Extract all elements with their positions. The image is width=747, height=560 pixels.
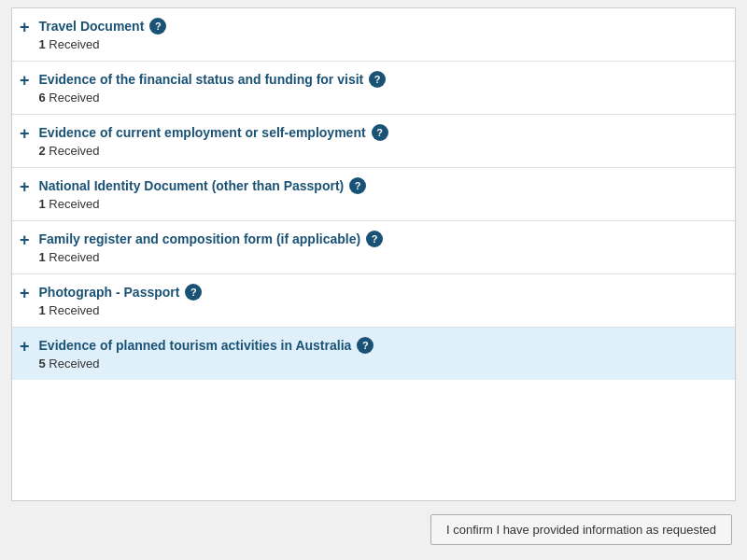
doc-title: Travel Document <box>39 19 145 34</box>
doc-status: 2 Received <box>39 144 388 158</box>
main-container: +Travel Document?1 Received+Evidence of … <box>0 0 747 560</box>
help-icon[interactable]: ? <box>357 337 374 354</box>
document-item[interactable]: +National Identity Document (other than … <box>12 168 735 221</box>
document-item[interactable]: +Evidence of the financial status and fu… <box>12 62 735 115</box>
expand-icon[interactable]: + <box>20 231 30 248</box>
doc-content: Photograph - Passport?1 Received <box>39 284 203 317</box>
doc-title-row: Travel Document? <box>39 18 167 35</box>
help-icon[interactable]: ? <box>185 284 202 301</box>
doc-title: Evidence of the financial status and fun… <box>39 72 364 87</box>
doc-title-row: National Identity Document (other than P… <box>39 177 367 194</box>
doc-title: Evidence of planned tourism activities i… <box>39 338 352 353</box>
help-icon[interactable]: ? <box>369 71 386 88</box>
doc-content: National Identity Document (other than P… <box>39 177 367 211</box>
doc-title: National Identity Document (other than P… <box>39 178 345 193</box>
help-icon[interactable]: ? <box>149 18 166 35</box>
doc-status: 1 Received <box>39 197 367 211</box>
expand-icon[interactable]: + <box>20 178 30 195</box>
doc-status: 5 Received <box>39 357 374 371</box>
help-icon[interactable]: ? <box>366 231 383 247</box>
document-item[interactable]: +Photograph - Passport?1 Received <box>12 274 735 328</box>
doc-status: 1 Received <box>39 37 167 51</box>
doc-title: Evidence of current employment or self-e… <box>39 125 366 140</box>
doc-title-row: Evidence of planned tourism activities i… <box>39 337 374 354</box>
doc-content: Evidence of current employment or self-e… <box>39 124 388 158</box>
expand-icon[interactable]: + <box>20 19 30 35</box>
document-item[interactable]: +Travel Document?1 Received <box>12 8 735 62</box>
document-item[interactable]: +Family register and composition form (i… <box>12 221 735 274</box>
doc-content: Travel Document?1 Received <box>39 18 167 51</box>
doc-content: Family register and composition form (if… <box>39 231 384 264</box>
doc-status: 1 Received <box>39 250 384 264</box>
doc-status: 6 Received <box>39 91 387 105</box>
doc-title-row: Evidence of current employment or self-e… <box>39 124 388 141</box>
doc-title: Photograph - Passport <box>39 285 180 300</box>
doc-content: Evidence of planned tourism activities i… <box>39 337 374 371</box>
document-item[interactable]: +Evidence of current employment or self-… <box>12 115 735 168</box>
expand-icon[interactable]: + <box>20 125 30 142</box>
confirm-button[interactable]: I confirm I have provided information as… <box>430 514 732 545</box>
doc-title-row: Photograph - Passport? <box>39 284 203 301</box>
doc-title: Family register and composition form (if… <box>39 231 361 246</box>
doc-title-row: Evidence of the financial status and fun… <box>39 71 387 88</box>
document-list: +Travel Document?1 Received+Evidence of … <box>11 7 736 501</box>
doc-content: Evidence of the financial status and fun… <box>39 71 387 105</box>
help-icon[interactable]: ? <box>372 124 388 141</box>
document-item[interactable]: +Evidence of planned tourism activities … <box>12 328 735 380</box>
expand-icon[interactable]: + <box>20 72 30 89</box>
footer-area: I confirm I have provided information as… <box>11 501 736 549</box>
expand-icon[interactable]: + <box>20 285 30 301</box>
expand-icon[interactable]: + <box>20 338 30 355</box>
doc-title-row: Family register and composition form (if… <box>39 231 384 247</box>
help-icon[interactable]: ? <box>349 177 366 194</box>
doc-status: 1 Received <box>39 303 203 317</box>
